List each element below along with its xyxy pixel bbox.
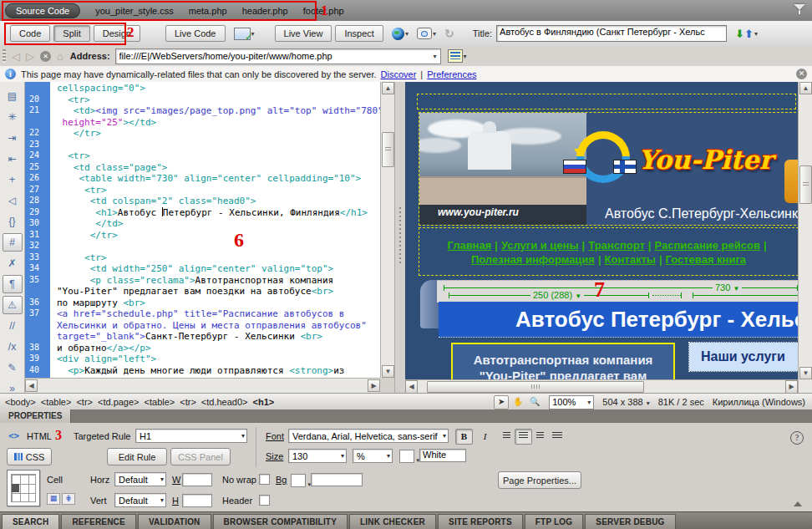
check-page-icon[interactable] (234, 28, 251, 40)
split-view-button[interactable]: Split (53, 25, 89, 42)
html-mode-button[interactable]: HTML (27, 431, 52, 441)
collapse-selection-icon[interactable]: ⇤ (3, 150, 23, 168)
code-line[interactable]: и обратно</a></p> (57, 343, 380, 354)
get-file-icon[interactable]: ⬇ (735, 28, 744, 40)
remove-comment-icon[interactable]: /x (3, 338, 23, 356)
tag-selector-item[interactable]: <td.head0> (201, 397, 248, 407)
split-cell-icon[interactable]: ⋕ (62, 493, 75, 505)
menu-link[interactable]: Полезная информация (471, 253, 595, 266)
home-icon[interactable]: ⌂ (57, 50, 63, 63)
edit-rule-button[interactable]: Edit Rule (107, 448, 167, 465)
tag-selector-item[interactable]: <tr> (180, 397, 196, 407)
menu-link[interactable]: Гостевая книга (666, 253, 747, 266)
css-mode-button[interactable]: CSS (7, 448, 52, 465)
code-line[interactable] (57, 140, 380, 151)
bg-color-swatch[interactable] (291, 474, 306, 487)
select-tool-icon[interactable]: ➤ (494, 395, 509, 409)
text-color-swatch[interactable] (399, 450, 414, 463)
zoom-tool-icon[interactable]: 🔍 (527, 395, 542, 409)
results-tab-link-checker[interactable]: LINK CHECKER (349, 514, 436, 529)
show-code-navigator-icon[interactable]: ✳ (3, 108, 23, 126)
code-line[interactable]: <p>Каждый день многие люди отправляются … (57, 365, 380, 377)
back-icon[interactable]: ◁ (12, 50, 20, 63)
related-file-tab[interactable]: you_piter_style.css (95, 6, 174, 16)
horz-select[interactable]: Default▾ (114, 472, 166, 486)
font-select[interactable]: Verdana, Arial, Helvetica, sans-serif▾ (288, 429, 449, 443)
browser-compatibility-icon[interactable] (417, 28, 432, 39)
related-file-tab[interactable]: header.php (242, 6, 288, 16)
hand-tool-icon[interactable]: ✋ (510, 395, 525, 409)
align-right-button[interactable] (531, 429, 549, 445)
title-input[interactable]: Автобус в Финляндию (Санкт Петербург - Х… (496, 25, 727, 42)
properties-tab[interactable]: PROPERTIES (0, 409, 71, 423)
html-mode-icon[interactable]: <> (8, 430, 19, 441)
code-line[interactable]: </tr> (57, 128, 380, 140)
apply-comment-icon[interactable]: // (3, 317, 23, 335)
table-width-730-menu[interactable]: 730 ▼ (713, 282, 742, 292)
tag-selector-item[interactable]: <body> (5, 397, 36, 407)
text-color-field[interactable]: White (419, 449, 466, 462)
code-line[interactable]: по маршруту <br> (57, 298, 380, 309)
code-line[interactable]: <a href="schedule.php" title="Расписание… (57, 308, 380, 320)
table-width-bar[interactable]: 730 ▼ 250 (288) ▼ 7 (437, 280, 798, 303)
services-cell[interactable]: Наши услуги (689, 343, 798, 371)
design-header-image[interactable]: You-Piter Автобус С.Петербург-Хельсинки … (419, 112, 798, 226)
design-vertical-scrollbar[interactable]: ▲ ▼ (798, 82, 812, 379)
header-checkbox[interactable] (259, 495, 270, 506)
help-icon[interactable]: ? (790, 431, 804, 445)
menu-link[interactable]: Расписание рейсов (654, 239, 759, 252)
magnification-select[interactable]: 100%▾ (549, 395, 594, 409)
code-line[interactable]: <td><img src="images/page_top.png" alt="… (57, 105, 380, 117)
highlight-invalid-code-icon[interactable]: ✗ (3, 254, 23, 272)
collapse-panel-icon[interactable] (794, 501, 802, 506)
results-tab-reference[interactable]: REFERENCE (61, 514, 135, 529)
results-tab-search[interactable]: SEARCH (2, 514, 59, 529)
address-input[interactable]: file:///E|/WebServers/home/you-piter/www… (115, 48, 441, 64)
forward-icon[interactable]: ▷ (26, 50, 34, 63)
align-justify-button[interactable] (548, 429, 566, 445)
menu-link[interactable]: Транспорт (588, 239, 645, 252)
code-line[interactable]: <table width="730" align="center" cellpa… (57, 173, 380, 185)
tag-selector-item[interactable]: <h1> (253, 397, 275, 407)
design-horizontal-scrollbar[interactable]: ◀ ▶ (405, 379, 798, 394)
menu-link[interactable]: Услуги и цены (501, 239, 579, 252)
discover-link[interactable]: Discover (381, 69, 417, 79)
tag-selector-item[interactable]: <td.page> (98, 397, 140, 407)
code-view[interactable]: 2021222324252627282930313233343536373839… (25, 82, 380, 378)
targeted-rule-select[interactable]: H1▾ (135, 429, 247, 443)
address-dropdown-icon[interactable]: ▾ (434, 53, 437, 60)
code-horizontal-scrollbar[interactable]: ◀ ▶ (25, 378, 380, 394)
syntax-error-alerts-icon[interactable]: ⚠ (3, 296, 23, 314)
stop-icon[interactable]: ✕ (40, 51, 51, 62)
results-tab-browser-compatibility[interactable]: BROWSER COMPATIBILITY (213, 514, 348, 529)
promo-cell[interactable]: Автотранспортная компания "You-Piter" пр… (451, 343, 675, 379)
select-parent-tag-icon[interactable]: ◁ (3, 191, 23, 210)
toolbar-grip[interactable] (3, 49, 6, 63)
code-line[interactable]: </tr> (57, 230, 380, 242)
code-line[interactable]: </td> (57, 218, 380, 230)
code-line[interactable]: <h1>Автобус Петербург - Хельсинки, Финля… (57, 207, 380, 219)
code-line[interactable]: <p class="reclama">Автотранспортная комп… (57, 275, 380, 287)
code-line[interactable]: cellspacing="0"> (57, 83, 380, 94)
bold-button[interactable]: B (455, 429, 473, 445)
code-vertical-scrollbar[interactable]: ▲ ▼ (380, 82, 395, 378)
results-tab-site-reports[interactable]: SITE REPORTS (438, 514, 523, 529)
column-width-250-menu[interactable]: 250 (288) ▼ (530, 290, 584, 300)
size-unit-select[interactable]: %▾ (353, 449, 393, 463)
code-line[interactable]: <td colspan="2" class="head0"> (57, 196, 380, 207)
no-wrap-checkbox[interactable] (259, 474, 270, 485)
bg-color-field[interactable] (311, 473, 363, 486)
width-field[interactable] (182, 473, 212, 486)
tag-selector-item[interactable]: <tr> (76, 397, 93, 407)
menu-link[interactable]: Главная (447, 239, 491, 252)
view-options-icon[interactable] (448, 49, 463, 63)
code-line[interactable]: <tr> (57, 94, 380, 106)
tag-selector-item[interactable]: <table> (145, 397, 175, 407)
results-tab-server-debug[interactable]: SERVER DEBUG (585, 514, 675, 529)
live-view-button[interactable]: Live View (275, 25, 332, 42)
design-view[interactable]: You-Piter Автобус С.Петербург-Хельсинки … (405, 82, 798, 379)
related-file-tab[interactable]: meta.php (189, 6, 227, 16)
vert-select[interactable]: Default▾ (114, 493, 166, 507)
code-line[interactable]: "You-Piter" предлагает вам поездки на ав… (57, 286, 380, 298)
open-documents-icon[interactable]: ▤ (3, 87, 23, 105)
